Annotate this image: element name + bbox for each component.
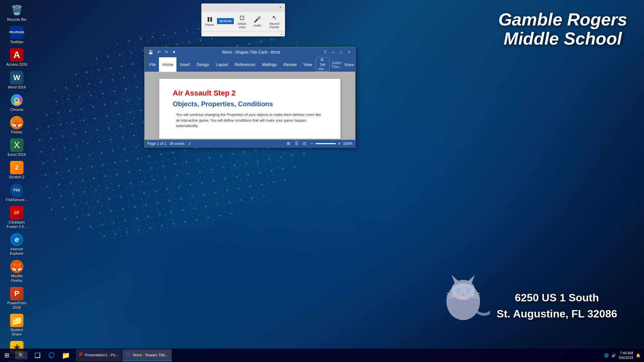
tab-mailings[interactable]: Mailings xyxy=(259,57,280,72)
desktop-icon-word-2016[interactable]: W Word 2016 xyxy=(3,69,30,91)
fsa-icon: FSA xyxy=(10,184,23,197)
word-window: 💾 ↶ ↷ ▼ Word - Shapes Title Card - Word … xyxy=(144,47,356,147)
desktop-icon-excel-2016[interactable]: X Excel 2016 xyxy=(3,137,30,159)
word-qat-more-button[interactable]: ▼ xyxy=(171,50,177,55)
taskbar-open-apps: P Presentation1 - Po... W Word - Shapes … xyxy=(76,349,604,361)
word-view-mode-2[interactable]: ☰ xyxy=(293,140,300,147)
word-titlebar: 💾 ↶ ↷ ▼ Word - Shapes Title Card - Word … xyxy=(145,47,355,57)
desktop-icons: 🗑️ Recycle Bin PEARSON TestNav A Access … xyxy=(0,0,34,362)
recording-timer-display: 00:00:00 xyxy=(218,17,233,26)
word-zoom-slider[interactable] xyxy=(316,143,336,144)
chrome-icon xyxy=(10,94,23,107)
school-name: Gamble Rogers Middle School xyxy=(498,10,627,48)
word-undo-button[interactable]: ↶ xyxy=(156,50,162,55)
desktop-icon-powerpoint[interactable]: P PowerPoint 2016 xyxy=(3,285,30,311)
desktop-icon-mozilla-firefox[interactable]: 🦊 Mozilla Firefox xyxy=(3,258,30,284)
chrome-label: Chrome xyxy=(10,108,23,112)
taskbar-word-label: Word - Shapes Title... xyxy=(133,353,168,357)
access-label: Access 2016 xyxy=(6,62,28,67)
start-button[interactable]: ⊞ xyxy=(0,349,13,362)
word-save-button[interactable]: 💾 xyxy=(147,50,154,55)
word-page[interactable]: Air Assault Step 2 Objects, Properties, … xyxy=(159,79,340,139)
recording-toolbar-close-button[interactable]: × xyxy=(277,4,283,10)
desktop-icon-recycle-bin[interactable]: 🗑️ Recycle Bin xyxy=(3,2,30,23)
share-button[interactable]: Share xyxy=(344,63,354,67)
excel-icon: X xyxy=(10,138,23,152)
taskbar-item-word[interactable]: W Word - Shapes Title... xyxy=(122,349,172,361)
recording-audio-button[interactable]: 🎤 Audio xyxy=(251,15,264,28)
desktop-icon-ie[interactable]: e Internet Explorer xyxy=(3,231,30,257)
desktop-icon-pearson[interactable]: PEARSON TestNav xyxy=(3,24,30,46)
ie-icon: e xyxy=(10,233,23,246)
powerpoint-label: PowerPoint 2016 xyxy=(5,301,29,310)
svg-point-4 xyxy=(455,288,461,294)
tab-file[interactable]: File xyxy=(146,57,159,72)
tab-home[interactable]: Home xyxy=(159,57,176,72)
svg-point-16 xyxy=(15,99,18,102)
recording-pause-button[interactable]: Pause xyxy=(203,15,216,27)
taskbar-ppt-label: Presentation1 - Po... xyxy=(85,353,118,357)
ribbon-extra: 🔍 Tell me... Justin Thor... Share xyxy=(315,57,356,72)
ribbon-tab-bar: File Home Insert Design Layout Reference… xyxy=(145,57,355,72)
taskbar-file-explorer[interactable]: 📁 xyxy=(59,349,72,362)
clickteam-icon: CF xyxy=(10,206,23,220)
scratch-icon: 2 xyxy=(10,161,23,174)
taskbar-time-display: 7:40 AM xyxy=(619,351,633,355)
taskbar-task-view[interactable]: ❑ xyxy=(31,349,44,362)
word-view-mode-3[interactable]: ⊡ xyxy=(301,140,308,147)
word-close-button[interactable]: × xyxy=(346,49,353,56)
recording-toolbar-bottom: — xyxy=(202,32,285,36)
desktop-icon-fsa-secure[interactable]: FSA FSASecure... xyxy=(3,182,30,204)
recording-toolbar-minimize-button[interactable]: — xyxy=(280,32,283,36)
taskbar-date-display: 5/6/2019 xyxy=(619,355,633,360)
recording-pointer-button[interactable]: ↖ Record Pointer xyxy=(265,13,283,30)
word-spelling-check-icon[interactable]: ✓ xyxy=(188,141,192,146)
tab-references[interactable]: References xyxy=(231,57,259,72)
tab-layout[interactable]: Layout xyxy=(213,57,231,72)
word-page-count: Page 1 of 1 xyxy=(147,141,166,145)
tab-design[interactable]: Design xyxy=(193,57,212,72)
desktop-icon-student-share[interactable]: 📁 Student Share xyxy=(3,312,30,338)
taskbar-search-box[interactable]: 🔍 xyxy=(15,351,28,359)
word-redo-button[interactable]: ↷ xyxy=(164,50,169,55)
word-zoom-in-button[interactable]: + xyxy=(337,141,342,146)
word-view-mode-1[interactable]: ⊞ xyxy=(285,140,292,147)
ribbon-user: Justin Thor... xyxy=(332,61,342,69)
tab-review[interactable]: Review xyxy=(280,57,300,72)
word-content-area[interactable]: Air Assault Step 2 Objects, Properties, … xyxy=(145,72,355,140)
pearson-label: TestNav xyxy=(10,40,23,44)
mozilla-firefox-icon: 🦊 xyxy=(10,260,23,273)
notification-icon[interactable]: 🔔 xyxy=(636,353,641,358)
desktop-icon-chrome[interactable]: Chrome xyxy=(3,92,30,114)
search-icon: 🔍 xyxy=(18,353,24,358)
taskbar-volume-icon: 🔊 xyxy=(611,353,616,358)
tell-me-button[interactable]: 🔍 Tell me... xyxy=(315,57,329,72)
scratch-label: Scratch 2 xyxy=(9,175,24,179)
microphone-icon: 🎤 xyxy=(254,16,261,23)
desktop-icon-scratch-2[interactable]: 2 Scratch 2 xyxy=(3,159,30,181)
mozilla-firefox-label: Mozilla Firefox xyxy=(5,274,29,283)
desktop-icon-clickteam[interactable]: CF Clickteam Fusion 2.5... xyxy=(3,204,30,231)
word-maximize-button[interactable]: □ xyxy=(338,49,344,56)
word-word-count: 36 words xyxy=(169,141,184,145)
clickteam-label: Clickteam Fusion 2.5... xyxy=(5,220,29,229)
firefox-label: Firefox xyxy=(11,130,22,134)
word-label: Word 2016 xyxy=(8,85,26,89)
taskbar-item-powerpoint[interactable]: P Presentation1 - Po... xyxy=(76,349,122,361)
taskbar-system-tray: 🌐 🔊 7:40 AM 5/6/2019 🔔 xyxy=(604,351,644,360)
word-help-button[interactable]: ? xyxy=(322,49,328,56)
word-zoom-out-button[interactable]: − xyxy=(309,141,314,146)
desktop-icon-firefox[interactable]: 🦊 Firefox xyxy=(3,114,30,136)
word-doc-title: Air Assault Step 2 xyxy=(173,89,327,98)
word-minimize-button[interactable]: ─ xyxy=(330,49,336,56)
word-ribbon: File Home Insert Design Layout Reference… xyxy=(145,57,355,72)
student-share-label: Student Share xyxy=(5,328,29,337)
tab-view[interactable]: View xyxy=(300,57,316,72)
taskbar-network-icon: 🌐 xyxy=(604,353,609,358)
taskbar-edge[interactable] xyxy=(45,349,58,362)
tab-insert[interactable]: Insert xyxy=(176,57,193,72)
recording-select-area-button[interactable]: ⊡ Select Area xyxy=(235,13,250,30)
taskbar-clock[interactable]: 7:40 AM 5/6/2019 xyxy=(619,351,633,360)
desktop-icon-access-2016[interactable]: A Access 2016 xyxy=(3,47,30,68)
recycle-bin-icon: 🗑️ xyxy=(10,3,23,17)
